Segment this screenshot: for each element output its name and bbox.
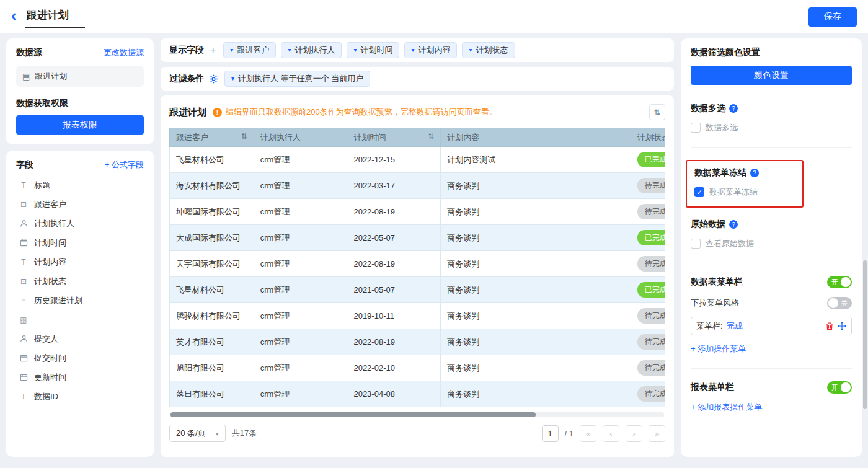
trash-icon[interactable] <box>825 322 834 330</box>
chip-label: 跟进客户 <box>237 45 269 56</box>
table-row: 落日有限公司 crm管理 2023-04-08 商务谈判 待完成 <box>170 381 665 407</box>
list-icon: ≡ <box>19 297 29 304</box>
field-item-plan-content[interactable]: T 计划内容 <box>16 252 144 272</box>
chevron-down-icon: ▾ <box>216 430 219 437</box>
dropdown-style-toggle[interactable]: 关 <box>827 297 852 309</box>
add-report-action-menu-link[interactable]: + 添加报表操作菜单 <box>691 402 762 413</box>
save-button[interactable]: 保存 <box>808 7 857 27</box>
datasource-panel: 数据源 更改数据源 ▤ 跟进计划 数据获取权限 报表权限 <box>6 38 154 144</box>
color-settings-button[interactable]: 颜色设置 <box>691 66 852 85</box>
horizontal-scrollbar[interactable] <box>170 412 664 417</box>
display-fields-bar: 显示字段 + ▾ 跟进客户 ▾ 计划执行人 ▾ 计划时间 ▾ 计划内容 ▾ 计划… <box>161 38 674 62</box>
menu-item-label: 菜单栏: <box>696 320 723 332</box>
cell-time: 2022-02-10 <box>347 355 441 381</box>
report-menubar-toggle[interactable]: 开 <box>827 381 852 394</box>
field-item-title[interactable]: T 标题 <box>16 175 144 195</box>
cell-content: 商务谈判 <box>441 329 631 355</box>
cell-content: 商务谈判 <box>441 225 631 251</box>
vertical-scrollbar[interactable] <box>863 260 867 409</box>
column-header-customer[interactable]: 跟进客户⇅ <box>170 128 254 147</box>
divider <box>691 368 852 369</box>
sort-settings-button[interactable]: ⇅ <box>649 104 665 120</box>
status-badge: 待完成 <box>637 204 665 219</box>
menu-freeze-checkbox-label: 数据菜单冻结 <box>709 187 758 198</box>
field-label: 跟进客户 <box>34 199 66 210</box>
field-item-update-time[interactable]: 更新时间 <box>16 368 144 387</box>
field-item-image[interactable]: ▧ <box>16 310 144 329</box>
toggle-knob <box>841 382 851 392</box>
cell-time: 2022-08-19 <box>347 251 441 277</box>
prev-page-button[interactable]: ‹ <box>603 425 619 442</box>
table-row: 大成国际有限公司 crm管理 2022-05-07 商务谈判 已完成 <box>170 225 665 251</box>
chip-label: 计划时间 <box>360 45 392 56</box>
add-formula-field-link[interactable]: + 公式字段 <box>105 159 144 170</box>
help-icon[interactable]: ? <box>750 169 759 177</box>
report-permission-button[interactable]: 报表权限 <box>16 115 144 135</box>
field-item-submit-time[interactable]: 提交时间 <box>16 348 144 368</box>
table-row: 飞星材料公司 crm管理 2021-05-07 商务谈判 已完成 <box>170 277 665 303</box>
field-item-history[interactable]: ≡ 历史跟进计划 <box>16 291 144 310</box>
divider <box>691 147 852 148</box>
page-number-input[interactable]: 1 <box>542 425 559 442</box>
cell-executor: crm管理 <box>254 303 347 329</box>
move-icon[interactable] <box>838 322 846 330</box>
first-page-button[interactable]: « <box>580 425 596 442</box>
table-menubar-toggle[interactable]: 开 <box>827 276 852 288</box>
page-size-select[interactable]: 20 条/页 ▾ <box>169 425 226 442</box>
field-item-executor[interactable]: 计划执行人 <box>16 214 144 233</box>
add-display-field-button[interactable]: + <box>210 45 216 56</box>
display-field-chip-executor[interactable]: ▾ 计划执行人 <box>281 42 342 58</box>
help-icon[interactable]: ? <box>729 220 738 229</box>
display-field-chip-status[interactable]: ▾ 计划状态 <box>462 42 515 58</box>
last-page-button[interactable]: » <box>649 425 665 442</box>
menu-item-input[interactable]: 菜单栏: 完成 <box>691 317 852 335</box>
view-raw-data-checkbox[interactable] <box>691 239 701 249</box>
cell-customer: 飞星材料公司 <box>170 147 254 173</box>
field-label: 计划状态 <box>34 276 66 287</box>
column-header-executor: 计划执行人 <box>254 128 347 147</box>
column-header-time[interactable]: 计划时间⇅ <box>347 128 441 147</box>
back-icon[interactable]: ‹ <box>11 7 17 24</box>
column-sort-icon[interactable]: ⇅ <box>241 132 247 141</box>
image-icon: ▧ <box>19 316 29 324</box>
cell-content: 计划内容测试 <box>441 147 631 173</box>
field-list: T 标题 ⊡ 跟进客户 计划执行人 计划时间 T 计划内容 <box>16 175 144 406</box>
divider <box>691 94 852 94</box>
settings-panel: 数据筛选颜色设置 颜色设置 数据多选 ? 数据多选 数据菜单冻结 ? ✓ 数据菜… <box>681 38 862 457</box>
calendar-icon <box>19 239 29 247</box>
filter-condition-chip[interactable]: ▾ 计划执行人 等于任意一个 当前用户 <box>224 71 370 87</box>
help-icon[interactable]: ? <box>729 104 738 113</box>
gear-icon[interactable] <box>209 74 218 84</box>
status-badge: 待完成 <box>637 256 665 272</box>
column-sort-icon[interactable]: ⇅ <box>428 132 434 141</box>
next-page-button[interactable]: › <box>626 425 642 442</box>
field-item-submitter[interactable]: 提交人 <box>16 329 144 348</box>
display-field-chip-time[interactable]: ▾ 计划时间 <box>347 42 399 58</box>
page-title-wrap[interactable]: 跟进计划 <box>25 6 85 28</box>
field-item-customer[interactable]: ⊡ 跟进客户 <box>16 195 144 214</box>
display-field-chip-content[interactable]: ▾ 计划内容 <box>404 42 457 58</box>
display-field-chip-customer[interactable]: ▾ 跟进客户 <box>223 42 276 58</box>
field-item-plan-time[interactable]: 计划时间 <box>16 233 144 252</box>
chevron-down-icon: ▾ <box>353 47 356 53</box>
freeze-highlight-box: 数据菜单冻结 ? ✓ 数据菜单冻结 <box>686 160 804 208</box>
cell-status: 待完成 <box>631 329 665 355</box>
field-item-data-id[interactable]: I 数据ID <box>16 387 144 406</box>
cell-content: 商务谈判 <box>441 381 631 407</box>
person-icon <box>19 219 29 227</box>
change-datasource-link[interactable]: 更改数据源 <box>104 47 144 58</box>
add-action-menu-link[interactable]: + 添加操作菜单 <box>691 343 746 355</box>
multi-select-checkbox-label: 数据多选 <box>706 122 738 133</box>
multi-select-checkbox[interactable] <box>691 123 701 133</box>
menu-freeze-checkbox[interactable]: ✓ <box>694 187 704 197</box>
table-row: 旭阳有限公司 crm管理 2022-02-10 商务谈判 待完成 <box>170 355 665 381</box>
datasource-item[interactable]: ▤ 跟进计划 <box>16 66 144 87</box>
field-item-plan-status[interactable]: ⊡ 计划状态 <box>16 272 144 291</box>
table-row: 天宇国际有限公司 crm管理 2022-08-19 商务谈判 待完成 <box>170 251 665 277</box>
cell-status: 待完成 <box>631 381 665 407</box>
field-label: 更新时间 <box>34 372 66 383</box>
scrollbar-thumb[interactable] <box>170 412 536 417</box>
cell-status: 已完成 <box>631 147 665 173</box>
toggle-off-label: 关 <box>841 299 848 307</box>
cell-time: 2022-08-19 <box>347 329 441 355</box>
